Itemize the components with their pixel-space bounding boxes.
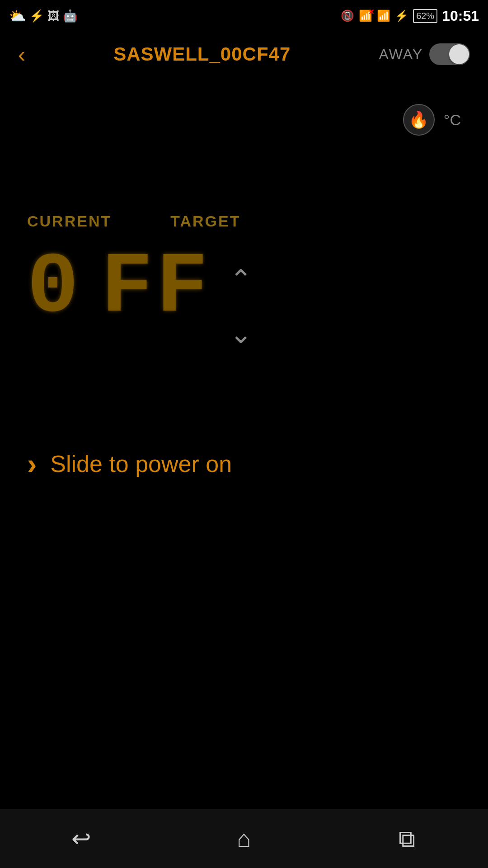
flame-button[interactable]: 🔥 (403, 104, 435, 136)
target-value-display: FF (101, 239, 211, 336)
time-display: 10:51 (442, 8, 479, 24)
current-value-display: 0 (27, 239, 79, 336)
image-icon: 🖼 (47, 9, 59, 23)
unit-label: °C (444, 111, 461, 129)
flame-icon: 🔥 (408, 110, 429, 129)
lightning-icon: ⚡ (395, 9, 408, 22)
away-toggle-container: AWAY (379, 43, 470, 65)
mode-icons: 🔥 °C (403, 104, 461, 136)
toggle-knob (449, 44, 469, 64)
device-name: SASWELL_00CF47 (113, 43, 291, 65)
status-bar: ⛅ ⚡ 🖼 🤖 📵 📶✕ 📶 ⚡ 62% 10:51 (0, 0, 488, 32)
away-label: AWAY (379, 46, 423, 63)
slide-to-power-section[interactable]: › Slide to power on (27, 438, 461, 490)
app-header: ‹ SASWELL_00CF47 AWAY (0, 32, 488, 77)
temp-values-row: 0 FF ⌃ ⌄ (27, 239, 461, 348)
temp-down-button[interactable]: ⌄ (230, 321, 252, 348)
nav-bar: ↩ ⌂ ⧉ (0, 809, 488, 868)
current-temp-digit: 0 (27, 239, 79, 336)
status-icons-left: ⛅ ⚡ 🖼 🤖 (9, 8, 77, 24)
nav-back-button[interactable]: ↩ (54, 821, 108, 857)
signal-bars-icon: 📶 (377, 9, 390, 22)
nav-home-button[interactable]: ⌂ (217, 821, 271, 857)
temperature-controls: ⌃ ⌄ (230, 266, 252, 348)
main-content: 🔥 °C CURRENT TARGET 0 FF ⌃ ⌄ › (0, 77, 488, 508)
android-icon: 🤖 (63, 9, 77, 23)
nav-recent-button[interactable]: ⧉ (380, 821, 434, 857)
usb-icon: ⚡ (29, 9, 44, 23)
cloud-icon: ⛅ (9, 8, 26, 24)
sim-icon: 📵 (341, 9, 354, 22)
wifi-icon: 📶✕ (359, 9, 372, 22)
temp-display-section: CURRENT TARGET 0 FF ⌃ ⌄ (27, 212, 461, 348)
target-temp-digits: FF (101, 239, 211, 336)
battery-indicator: 62% (413, 9, 437, 23)
temp-up-button[interactable]: ⌃ (230, 266, 252, 293)
slide-arrow-icon: › (27, 447, 37, 481)
current-label: CURRENT (27, 212, 112, 230)
away-toggle[interactable] (429, 43, 470, 65)
back-button[interactable]: ‹ (18, 42, 25, 67)
slide-text: Slide to power on (50, 450, 232, 477)
status-icons-right: 📵 📶✕ 📶 ⚡ 62% 10:51 (341, 8, 479, 24)
target-label: TARGET (170, 212, 240, 230)
temp-labels: CURRENT TARGET (27, 212, 461, 230)
